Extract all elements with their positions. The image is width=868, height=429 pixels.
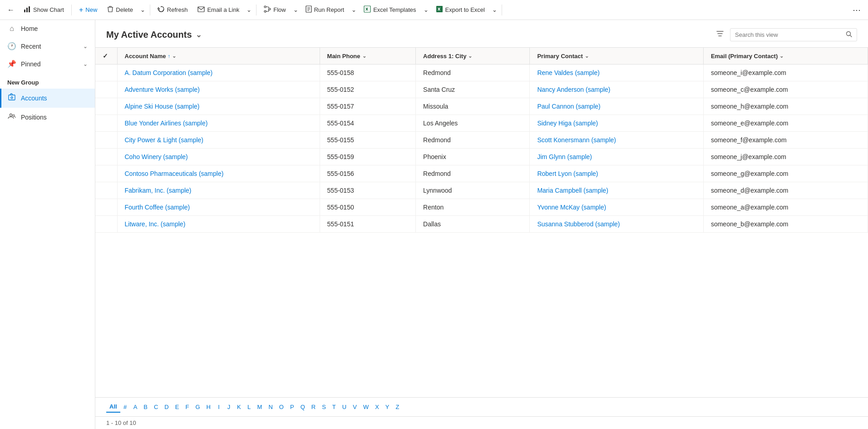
alpha-btn-o[interactable]: O [276, 402, 287, 412]
alpha-btn-c[interactable]: C [151, 402, 161, 412]
alpha-btn-j[interactable]: J [224, 402, 234, 412]
sidebar-item-home[interactable]: ⌂ Home [0, 20, 95, 37]
new-button[interactable]: + New [74, 3, 102, 17]
sidebar-item-recent[interactable]: 🕐 Recent ⌄ [0, 37, 95, 55]
primary-contact-column-header[interactable]: Primary Contact ⌄ [530, 48, 703, 65]
account-name-cell[interactable]: Contoso Pharmaceuticals (sample) [117, 165, 320, 182]
account-name-cell[interactable]: City Power & Light (sample) [117, 132, 320, 149]
account-name-header-label: Account Name [125, 53, 166, 60]
alpha-btn-i[interactable]: I [214, 402, 224, 412]
alpha-btn-#[interactable]: # [120, 402, 130, 412]
row-checkbox[interactable] [95, 199, 117, 216]
primary-contact-cell[interactable]: Yvonne McKay (sample) [530, 199, 703, 216]
delete-dropdown-button[interactable]: ⌄ [138, 4, 147, 16]
excel-templates-button[interactable]: Excel Templates [359, 3, 420, 17]
alpha-btn-u[interactable]: U [339, 402, 350, 412]
row-checkbox[interactable] [95, 182, 117, 199]
account-name-cell[interactable]: Coho Winery (sample) [117, 149, 320, 165]
alpha-btn-p[interactable]: P [287, 402, 297, 412]
main-phone-column-header[interactable]: Main Phone ⌄ [320, 48, 416, 65]
alpha-btn-b[interactable]: B [140, 402, 151, 412]
alpha-btn-a[interactable]: A [130, 402, 141, 412]
city-cell: Dallas [416, 216, 530, 233]
report-dropdown-button[interactable]: ⌄ [350, 4, 358, 16]
account-name-filter-icon[interactable]: ⌄ [172, 53, 176, 59]
email-dropdown-button[interactable]: ⌄ [245, 4, 253, 16]
alpha-btn-z[interactable]: Z [393, 402, 403, 412]
primary-contact-cell[interactable]: Jim Glynn (sample) [530, 149, 703, 165]
primary-contact-cell[interactable]: Scott Konersmann (sample) [530, 132, 703, 149]
row-checkbox[interactable] [95, 149, 117, 165]
search-icon[interactable] [846, 31, 852, 39]
filter-button[interactable] [714, 27, 726, 42]
primary-contact-cell[interactable]: Rene Valdes (sample) [530, 65, 703, 81]
sidebar-item-pinned[interactable]: 📌 Pinned ⌄ [0, 55, 95, 73]
alpha-btn-r[interactable]: R [308, 402, 319, 412]
account-name-cell[interactable]: Blue Yonder Airlines (sample) [117, 115, 320, 132]
alpha-btn-h[interactable]: H [203, 402, 214, 412]
alpha-btn-q[interactable]: Q [297, 402, 308, 412]
row-checkbox[interactable] [95, 65, 117, 81]
alpha-btn-d[interactable]: D [161, 402, 172, 412]
primary-contact-filter-icon[interactable]: ⌄ [585, 53, 589, 59]
account-name-column-header[interactable]: Account Name ↑ ⌄ [117, 48, 320, 65]
alpha-btn-w[interactable]: W [360, 402, 372, 412]
alpha-btn-e[interactable]: E [172, 402, 182, 412]
alpha-btn-s[interactable]: S [319, 402, 329, 412]
alpha-btn-l[interactable]: L [244, 402, 254, 412]
checkbox-column-header[interactable]: ✓ [95, 48, 117, 65]
refresh-button[interactable]: Refresh [153, 3, 192, 17]
alpha-btn-g[interactable]: G [192, 402, 203, 412]
flow-button[interactable]: Flow [259, 3, 290, 17]
alpha-btn-m[interactable]: M [254, 402, 266, 412]
pinned-chevron-icon: ⌄ [83, 61, 88, 67]
alpha-btn-y[interactable]: Y [382, 402, 393, 412]
alpha-btn-x[interactable]: X [372, 402, 382, 412]
account-name-cell[interactable]: Fabrikam, Inc. (sample) [117, 182, 320, 199]
city-column-header[interactable]: Address 1: City ⌄ [416, 48, 530, 65]
alpha-btn-all[interactable]: All [106, 401, 120, 413]
run-report-button[interactable]: Run Report [301, 3, 349, 17]
view-title-dropdown-icon[interactable]: ⌄ [196, 30, 202, 39]
row-checkbox[interactable] [95, 115, 117, 132]
primary-contact-cell[interactable]: Maria Campbell (sample) [530, 182, 703, 199]
city-filter-icon[interactable]: ⌄ [468, 53, 472, 59]
primary-contact-cell[interactable]: Susanna Stubberod (sample) [530, 216, 703, 233]
account-name-cell[interactable]: Alpine Ski House (sample) [117, 98, 320, 115]
export-excel-button[interactable]: Export to Excel [431, 3, 489, 17]
row-checkbox[interactable] [95, 216, 117, 233]
email-column-header[interactable]: Email (Primary Contact) ⌄ [703, 48, 868, 65]
flow-dropdown-button[interactable]: ⌄ [291, 4, 300, 16]
alpha-btn-v[interactable]: V [350, 402, 360, 412]
delete-button[interactable]: Delete [103, 3, 138, 17]
sidebar-item-accounts[interactable]: Accounts [0, 89, 95, 108]
alpha-btn-n[interactable]: N [265, 402, 276, 412]
excel-templates-dropdown-button[interactable]: ⌄ [422, 4, 430, 16]
alpha-btn-t[interactable]: T [329, 402, 339, 412]
row-checkbox[interactable] [95, 132, 117, 149]
back-button[interactable]: ← [4, 3, 18, 17]
main-phone-filter-icon[interactable]: ⌄ [362, 53, 366, 59]
row-checkbox[interactable] [95, 165, 117, 182]
sidebar-item-positions[interactable]: Positions [0, 108, 95, 127]
alpha-btn-f[interactable]: F [182, 402, 192, 412]
account-name-cell[interactable]: A. Datum Corporation (sample) [117, 65, 320, 81]
account-name-cell[interactable]: Adventure Works (sample) [117, 81, 320, 98]
main-phone-cell: 555-0154 [320, 115, 416, 132]
search-input[interactable] [735, 31, 843, 38]
show-chart-button[interactable]: Show Chart [19, 3, 69, 17]
primary-contact-cell[interactable]: Robert Lyon (sample) [530, 165, 703, 182]
row-checkbox[interactable] [95, 98, 117, 115]
primary-contact-cell[interactable]: Nancy Anderson (sample) [530, 81, 703, 98]
export-dropdown-button[interactable]: ⌄ [490, 4, 499, 16]
select-all-check[interactable]: ✓ [103, 52, 108, 60]
account-name-cell[interactable]: Fourth Coffee (sample) [117, 199, 320, 216]
primary-contact-cell[interactable]: Sidney Higa (sample) [530, 115, 703, 132]
email-filter-icon[interactable]: ⌄ [779, 53, 784, 59]
email-link-button[interactable]: Email a Link [193, 4, 244, 16]
account-name-cell[interactable]: Litware, Inc. (sample) [117, 216, 320, 233]
alpha-btn-k[interactable]: K [234, 402, 244, 412]
primary-contact-cell[interactable]: Paul Cannon (sample) [530, 98, 703, 115]
row-checkbox[interactable] [95, 81, 117, 98]
more-options-button[interactable]: ⋯ [849, 2, 864, 18]
